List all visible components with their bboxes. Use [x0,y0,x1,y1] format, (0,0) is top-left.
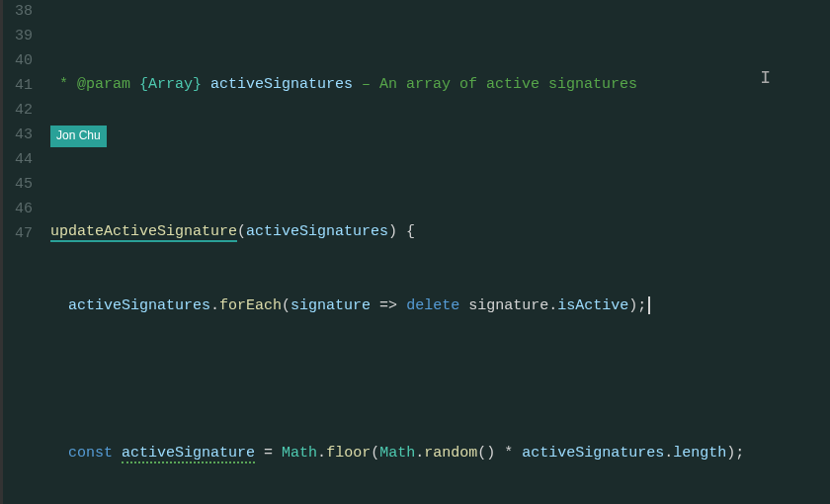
comment-text: * [50,76,77,93]
editor-pane-dark[interactable]: 38 39 40 41 42 43 44 45 46 47 I * @param… [0,0,830,504]
builtin: Math [379,445,415,462]
identifier: activeSignatures [68,297,210,314]
variable-unused: activeSignature [122,445,255,463]
property: isActive [557,297,628,314]
method-name: random [424,445,477,462]
function-name: updateActiveSignature [50,223,237,242]
code-line[interactable]: Jon Chu [50,147,830,172]
punctuation: ); [628,297,646,314]
jsdoc-tag: @param [77,76,130,93]
code-line[interactable] [50,368,830,392]
code-area-dark[interactable]: I * @param {Array} activeSignatures – An… [44,0,830,504]
split-editor: 38 39 40 41 42 43 44 45 46 47 I * @param… [0,0,830,504]
indent [50,297,68,314]
line-number: 43 [3,124,33,148]
line-number: 42 [3,99,33,124]
identifier: activeSignatures [522,445,664,462]
punctuation: . [317,445,326,462]
blank-line [122,199,130,215]
line-number: 40 [3,49,33,74]
punctuation: ( [237,223,246,240]
arrow: => [371,297,406,314]
punctuation: ) { [388,223,415,240]
code-line[interactable]: updateActiveSignature(activeSignatures) … [50,220,830,245]
line-number: 41 [3,74,33,99]
method-name: floor [326,445,371,462]
operator: * [495,445,522,462]
collaborator-badge[interactable]: Jon Chu [50,126,107,147]
keyword: delete [406,297,459,314]
punctuation: ); [726,445,744,462]
builtin: Math [282,445,317,462]
punctuation: () [477,445,495,462]
operator: = [255,445,282,462]
jsdoc-type: {Array} [130,76,210,93]
method-name: forEach [219,297,282,314]
caret-icon [648,296,650,314]
code-line[interactable]: * @param {Array} activeSignatures – An a… [50,73,830,98]
punctuation: ( [282,297,290,314]
line-number: 44 [3,148,33,173]
space [113,445,122,462]
line-number: 38 [3,0,33,25]
parameter: activeSignatures [246,223,388,240]
indent [50,445,68,462]
punctuation: . [415,445,424,462]
punctuation: . [210,297,219,314]
line-number: 46 [3,198,33,222]
punctuation: ( [371,445,379,462]
line-number: 47 [3,222,33,247]
parameter: signature [290,297,371,314]
keyword: const [68,445,113,462]
code-text: signature. [459,297,557,314]
line-number: 39 [3,25,33,49]
line-number: 45 [3,173,33,198]
code-line[interactable]: activeSignatures.forEach(signature => de… [50,294,830,319]
property: length [673,445,726,462]
line-number-gutter: 38 39 40 41 42 43 44 45 46 47 [0,0,44,504]
punctuation: . [664,445,673,462]
jsdoc-param: activeSignatures [210,76,353,93]
blank-line [50,371,59,387]
comment-text: – An array of active signatures [353,76,637,93]
code-line[interactable]: const activeSignature = Math.floor(Math.… [50,442,830,466]
